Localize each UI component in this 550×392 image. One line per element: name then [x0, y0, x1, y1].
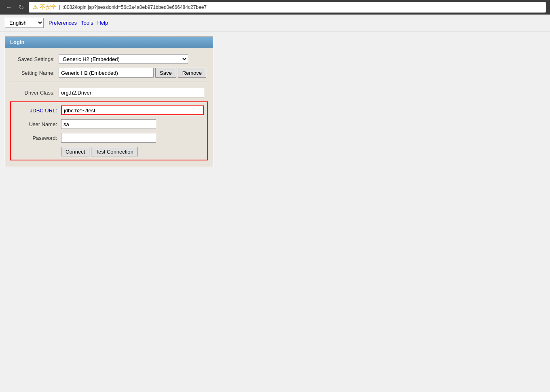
setting-name-row: Setting Name: Save Remove [10, 68, 208, 78]
setting-name-label: Setting Name: [10, 70, 59, 76]
main-content: Login Saved Settings: Generic H2 (Embedd… [0, 32, 550, 172]
remove-button[interactable]: Remove [178, 68, 206, 78]
divider [10, 82, 208, 82]
username-row: User Name: [13, 119, 204, 129]
driver-class-label: Driver Class: [10, 90, 59, 96]
login-panel: Login Saved Settings: Generic H2 (Embedd… [5, 36, 213, 167]
save-button[interactable]: Save [155, 68, 176, 78]
password-row: Password: [13, 133, 204, 143]
jdbc-url-input[interactable] [61, 105, 204, 115]
password-input[interactable] [61, 133, 156, 143]
separator: | [59, 4, 60, 10]
back-button[interactable]: ← [4, 2, 14, 13]
password-label: Password: [13, 135, 61, 141]
jdbc-url-label: JDBC URL: [13, 107, 61, 114]
test-connection-button[interactable]: Test Connection [91, 147, 138, 156]
menu-bar: English Chinese German French Spanish Pr… [0, 15, 550, 32]
saved-settings-select[interactable]: Generic H2 (Embedded) [59, 54, 188, 64]
help-link[interactable]: Help [97, 20, 108, 26]
browser-chrome: ← ↻ ⚠ 不安全 | :8082/login.jsp?jsessionid=5… [0, 0, 550, 15]
connect-button[interactable]: Connect [61, 147, 89, 156]
username-input[interactable] [61, 119, 156, 129]
login-body: Saved Settings: Generic H2 (Embedded) Se… [5, 48, 213, 167]
login-header: Login [5, 37, 213, 48]
reload-button[interactable]: ↻ [17, 2, 25, 13]
driver-class-input[interactable] [59, 88, 204, 97]
warning-icon: ⚠ 不安全 [33, 4, 57, 11]
preferences-link[interactable]: Preferences [49, 20, 77, 26]
saved-settings-label: Saved Settings: [10, 56, 59, 62]
jdbc-url-row: JDBC URL: [13, 105, 204, 115]
saved-settings-row: Saved Settings: Generic H2 (Embedded) [10, 54, 208, 64]
language-select[interactable]: English Chinese German French Spanish [5, 18, 44, 28]
login-title: Login [10, 39, 24, 45]
url-text: :8082/login.jsp?jsessionid=56c3a4a0eb971… [63, 4, 207, 10]
setting-name-input[interactable] [59, 68, 154, 78]
address-bar: ⚠ 不安全 | :8082/login.jsp?jsessionid=56c3a… [29, 2, 546, 13]
driver-class-row: Driver Class: [10, 88, 208, 97]
tools-link[interactable]: Tools [81, 20, 93, 26]
username-label: User Name: [13, 121, 61, 127]
red-border-section: JDBC URL: User Name: Password: Connect T… [10, 101, 208, 160]
connect-row: Connect Test Connection [13, 147, 204, 156]
